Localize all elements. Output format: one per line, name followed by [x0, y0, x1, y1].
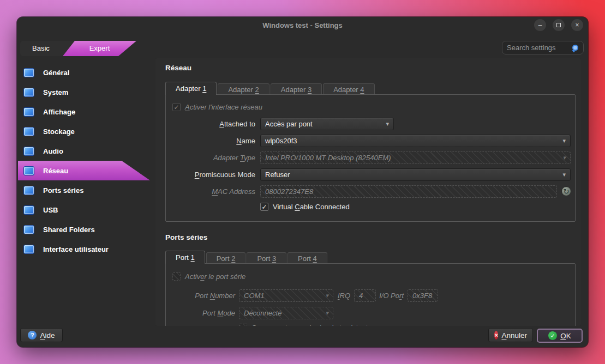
io-port-input: 0x3F8 [408, 289, 438, 302]
connect-pipe-label: Se connecter au pipe/socket existant [251, 324, 367, 326]
general-icon [23, 68, 34, 77]
maximize-icon [556, 23, 561, 27]
cable-connected-checkbox[interactable]: ✓ Virtual Cable Connected [260, 203, 350, 211]
network-icon [23, 166, 34, 175]
port-mode-dropdown: Déconnecté▾ [239, 307, 333, 319]
promiscuous-mode-label: Promiscuous Mode [166, 168, 255, 181]
chevron-down-icon: ▾ [386, 120, 389, 128]
sidebar-item-label: Ports séries [43, 186, 83, 195]
enable-network-checkbox: ✓ Activer l'interface réseau [172, 103, 262, 111]
cable-connected-label: Virtual Cable Connected [273, 203, 350, 211]
tab-adapter-2[interactable]: Adapter 2 [218, 83, 269, 95]
search-settings-input[interactable]: Search settings [502, 41, 584, 54]
settings-window: Windows test - Settings – × Basic Expert… [17, 17, 588, 347]
chevron-down-icon: ▾ [562, 137, 566, 144]
checkbox-icon: ✓ [172, 103, 181, 111]
serial-ports-icon [23, 186, 34, 195]
ok-icon: ✓ [548, 331, 557, 340]
sidebar-item-r-seau[interactable]: Réseau [18, 161, 150, 180]
sidebar: GénéralSystemAffichageStockageAudioRésea… [18, 63, 150, 259]
checkbox-icon: ✓ [239, 324, 247, 326]
close-button[interactable]: × [571, 19, 583, 31]
tab-adapter-4[interactable]: Adapter 4 [323, 83, 374, 95]
display-icon [23, 107, 34, 117]
sidebar-item-label: Affichage [43, 108, 75, 116]
chevron-down-icon: ▾ [325, 310, 328, 317]
tab-port-1[interactable]: Port 1 [165, 251, 205, 264]
desktop-background: Windows test - Settings – × Basic Expert… [0, 0, 605, 364]
window-controls: – × [534, 19, 583, 31]
network-groupbox: ✓ Activer l'interface réseau Attached to… [165, 94, 576, 222]
maximize-button[interactable] [553, 19, 565, 31]
cancel-button[interactable]: × Annuler [488, 328, 533, 342]
name-label: Name [166, 135, 255, 147]
help-icon: ? [28, 331, 37, 339]
connect-pipe-checkbox: ✓ Se connecter au pipe/socket existant [239, 324, 367, 326]
close-icon: × [575, 22, 579, 28]
sidebar-item-label: Audio [43, 147, 63, 155]
sidebar-item-usb[interactable]: USB [18, 200, 150, 220]
chevron-down-icon: ▾ [562, 171, 566, 178]
content-pane: Réseau Adapter 1Adapter 2Adapter 3Adapte… [155, 58, 581, 326]
sidebar-item-audio[interactable]: Audio [18, 141, 150, 161]
chevron-down-icon: ▾ [562, 154, 566, 161]
tab-port-3[interactable]: Port 3 [247, 252, 286, 264]
adapter-type-label: Adapter Type [166, 151, 255, 164]
tab-adapter-1[interactable]: Adapter 1 [165, 82, 217, 95]
regenerate-mac-button[interactable]: ↻ [561, 186, 571, 196]
ok-button[interactable]: ✓ OK [537, 329, 583, 343]
titlebar[interactable]: Windows test - Settings – × [17, 17, 588, 34]
search-icon [572, 44, 579, 51]
name-dropdown[interactable]: wlp0s20f3▾ [260, 135, 571, 147]
mac-address-input: 0800272347E8 [260, 185, 557, 198]
network-section-title: Réseau [165, 64, 191, 72]
minimize-icon: – [538, 22, 542, 28]
sidebar-item-interface-utilisateur[interactable]: Interface utilisateur [18, 239, 150, 259]
storage-icon [23, 127, 34, 136]
io-port-label: I/O Port [372, 289, 404, 302]
network-tabbar: Adapter 1Adapter 2Adapter 3Adapter 4 [165, 82, 375, 95]
refresh-icon: ↻ [564, 188, 570, 195]
promiscuous-mode-dropdown[interactable]: Refuser▾ [260, 168, 571, 181]
enable-serial-label: Activer le port série [185, 272, 245, 281]
checkbox-icon [172, 272, 181, 281]
cancel-icon: × [494, 331, 498, 339]
port-number-dropdown: COM1▾ [239, 289, 333, 302]
help-button[interactable]: ? Aide [20, 328, 63, 342]
serial-groupbox: Activer le port série Port Number COM1▾ … [165, 263, 576, 326]
adapter-type-dropdown: Intel PRO/1000 MT Desktop (82540EM)▾ [260, 151, 571, 164]
search-placeholder: Search settings [507, 44, 572, 52]
sidebar-item-affichage[interactable]: Affichage [18, 102, 150, 122]
enable-network-label: Activer l'interface réseau [185, 103, 262, 111]
checkbox-icon: ✓ [260, 203, 268, 211]
tab-expert[interactable]: Expert [63, 41, 136, 56]
chevron-down-icon: ▾ [325, 292, 328, 299]
serial-tabbar: Port 1Port 2Port 3Port 4 [165, 251, 327, 264]
sidebar-item-system[interactable]: System [18, 82, 150, 102]
irq-label: IRQ [330, 289, 350, 302]
sidebar-item-label: Réseau [43, 167, 68, 175]
usb-icon [23, 205, 34, 215]
system-icon [23, 88, 34, 97]
tab-port-4[interactable]: Port 4 [287, 252, 327, 264]
sidebar-item-label: Shared Folders [43, 226, 95, 234]
attached-to-label: Attached to [166, 118, 255, 130]
tab-port-2[interactable]: Port 2 [206, 252, 246, 264]
window-title: Windows test - Settings [17, 17, 588, 34]
serial-section-title: Ports séries [165, 233, 207, 241]
shared-folders-icon [23, 225, 34, 234]
sidebar-item-label: USB [43, 206, 58, 214]
sidebar-item-stockage[interactable]: Stockage [18, 122, 150, 141]
audio-icon [23, 147, 34, 156]
attached-to-dropdown[interactable]: Accès par pont▾ [260, 118, 394, 130]
sidebar-item-label: System [43, 88, 68, 96]
sidebar-item-label: Général [43, 69, 69, 77]
sidebar-item-label: Stockage [43, 128, 75, 136]
sidebar-item-ports-s-ries[interactable]: Ports séries [18, 180, 150, 200]
tab-adapter-3[interactable]: Adapter 3 [271, 83, 322, 95]
port-number-label: Port Number [166, 289, 235, 302]
minimize-button[interactable]: – [534, 19, 546, 31]
sidebar-item-g-n-ral[interactable]: Général [18, 63, 150, 82]
sidebar-item-label: Interface utilisateur [43, 245, 109, 253]
sidebar-item-shared-folders[interactable]: Shared Folders [18, 220, 150, 239]
